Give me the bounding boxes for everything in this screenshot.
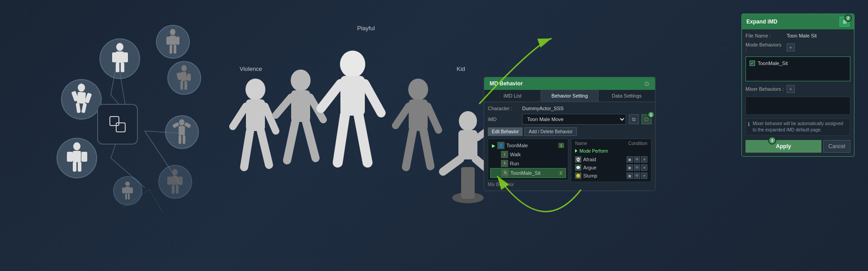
- mode-behaviors-label: Mode Behaviors :: [745, 42, 784, 53]
- mixer-behaviors-add-btn[interactable]: +: [787, 85, 795, 93]
- svg-point-36: [73, 142, 80, 150]
- slump-icon: 😔: [575, 173, 581, 179]
- svg-rect-29: [76, 92, 85, 103]
- mixer-behaviors-section: Mixer Behaviors : +: [745, 85, 850, 115]
- afraid-controls: ▣ ⧉ ✕: [627, 156, 647, 163]
- step-3-badge: 3: [768, 136, 776, 145]
- argue-btn2[interactable]: ⧉: [634, 164, 640, 171]
- afraid-btn3[interactable]: ✕: [641, 156, 647, 163]
- svg-rect-25: [187, 74, 191, 81]
- tab-edit-behavior[interactable]: Edit Behavior: [488, 127, 523, 136]
- right-argue[interactable]: 💬 Argue ▣ ⧉ ✕: [573, 164, 649, 172]
- slump-name: Slump: [583, 173, 625, 178]
- circle-node-5[interactable]: [57, 138, 97, 178]
- cancel-button[interactable]: Cancel: [823, 140, 850, 153]
- right-afraid[interactable]: 👻 Afraid ▣ ⧉ ✕: [573, 155, 649, 164]
- right-col-name: Name: [575, 141, 627, 146]
- svg-point-78: [408, 79, 428, 100]
- circle-node-2[interactable]: [156, 25, 190, 59]
- info-icon: ℹ: [748, 121, 750, 127]
- tab-add-delete-behavior[interactable]: Add / Delete Behavior: [524, 127, 576, 136]
- svg-rect-52: [125, 193, 127, 200]
- center-icon-box[interactable]: [97, 104, 138, 145]
- svg-point-28: [78, 84, 85, 92]
- imd-dropdown[interactable]: Toon Male Move: [522, 114, 626, 125]
- svg-point-22: [181, 65, 187, 71]
- tab-data-settings[interactable]: Data Settings: [599, 90, 655, 102]
- apply-button[interactable]: Apply: [745, 140, 821, 153]
- right-col-condition: Condition: [628, 141, 647, 146]
- svg-rect-53: [128, 193, 130, 200]
- circle-node-8[interactable]: [158, 165, 192, 199]
- behavior-tree: ▶ 👤 ToonMale 1 🚶 Walk 🏃 Run: [488, 139, 568, 180]
- md-panel-close-button[interactable]: ⊙: [644, 80, 650, 87]
- tree-run[interactable]: 🏃 Run: [490, 159, 566, 168]
- afraid-btn1[interactable]: ▣: [627, 156, 633, 163]
- slump-btn1[interactable]: ▣: [627, 173, 633, 179]
- right-section-label: Mode Perform: [573, 148, 649, 154]
- svg-rect-11: [116, 51, 124, 63]
- mixer-behaviors-label: Mixer Behaviors :: [745, 86, 784, 92]
- file-name-label: File Name :: [745, 33, 784, 38]
- tree-sit-badge: 2: [558, 170, 564, 176]
- svg-rect-15: [121, 62, 124, 72]
- mb-checkbox[interactable]: ✓: [750, 61, 755, 66]
- characters-svg: [208, 41, 515, 262]
- argue-controls: ▣ ⧉ ✕: [627, 164, 647, 171]
- svg-line-81: [428, 106, 439, 130]
- expand-imd-button[interactable]: ⬡ 1: [642, 114, 651, 124]
- circle-node-1[interactable]: [99, 38, 140, 79]
- svg-rect-85: [461, 167, 475, 199]
- svg-rect-46: [179, 135, 181, 144]
- argue-icon: 💬: [575, 164, 581, 171]
- tree-walk-icon: 🚶: [501, 151, 508, 158]
- svg-rect-45: [184, 122, 191, 128]
- circle-node-6[interactable]: [165, 115, 199, 149]
- svg-line-80: [396, 106, 409, 126]
- svg-line-64: [244, 131, 250, 167]
- right-slump[interactable]: 😔 Slump ▣ ⧉ ✕: [573, 172, 649, 180]
- svg-rect-38: [67, 152, 73, 162]
- imd-copy-button[interactable]: ⧉: [629, 114, 639, 124]
- svg-point-86: [459, 111, 477, 131]
- svg-rect-57: [178, 177, 183, 185]
- argue-btn1[interactable]: ▣: [627, 164, 633, 171]
- svg-line-70: [287, 122, 295, 160]
- md-panel-header: MD Behavior ⊙: [484, 77, 655, 90]
- svg-rect-51: [130, 187, 133, 193]
- svg-rect-44: [172, 122, 179, 128]
- slump-btn3[interactable]: ✕: [641, 173, 647, 179]
- file-name-row: File Name : Toon Male Sit: [745, 33, 850, 38]
- svg-rect-49: [125, 187, 130, 193]
- mixer-behaviors-row: Mixer Behaviors : +: [745, 85, 850, 93]
- svg-line-75: [365, 84, 381, 113]
- mb-name: ToonMale_Sit: [758, 61, 788, 66]
- tree-toonmale[interactable]: ▶ 👤 ToonMale 1: [490, 141, 566, 150]
- mode-behaviors-add-btn[interactable]: +: [787, 43, 795, 51]
- svg-rect-12: [112, 52, 117, 62]
- tab-behavior-setting[interactable]: Behavior Setting: [541, 90, 598, 102]
- tree-sit-icon: 🪑: [501, 169, 509, 177]
- svg-rect-56: [167, 177, 172, 185]
- slump-btn2[interactable]: ⧉: [634, 173, 640, 179]
- tree-toonmale-sit[interactable]: 🪑 ToonMale_Sit 2: [490, 168, 566, 178]
- md-panel-title: MD Behavior: [490, 80, 523, 87]
- expand-icon-button[interactable]: ⊞ 2: [840, 17, 849, 27]
- circle-node-7[interactable]: [113, 176, 142, 206]
- afraid-btn2[interactable]: ⧉: [634, 156, 640, 163]
- svg-point-48: [125, 182, 130, 186]
- svg-rect-18: [166, 37, 170, 45]
- mode-behavior-toonmale-sit[interactable]: ✓ ToonMale_Sit: [749, 60, 847, 67]
- circle-node-4[interactable]: [61, 79, 102, 120]
- svg-rect-20: [170, 45, 172, 54]
- argue-btn3[interactable]: ✕: [641, 164, 647, 171]
- tree-walk[interactable]: 🚶 Walk: [490, 150, 566, 159]
- svg-rect-19: [176, 37, 179, 45]
- afraid-name: Afraid: [583, 157, 625, 162]
- svg-rect-58: [172, 185, 175, 194]
- svg-rect-37: [73, 151, 81, 162]
- tab-imd-list[interactable]: iMD List: [484, 90, 541, 102]
- expand-panel-header: Expand iMD ⊞ 2: [742, 14, 854, 29]
- svg-rect-59: [176, 185, 179, 194]
- right-behavior-table: Name Condition Mode Perform 👻 Afraid ▣ ⧉: [571, 139, 651, 182]
